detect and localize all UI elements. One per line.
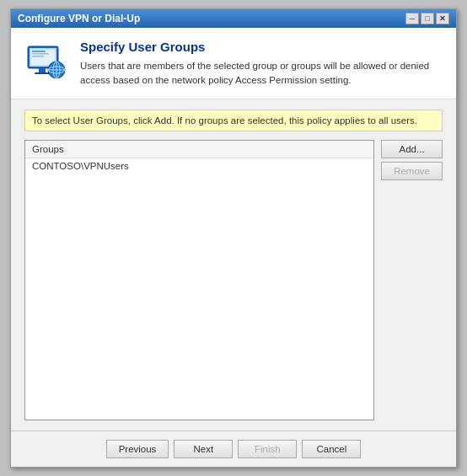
- previous-button[interactable]: Previous: [106, 440, 169, 458]
- header-text: Specify User Groups Users that are membe…: [80, 40, 443, 88]
- info-text: To select User Groups, click Add. If no …: [24, 110, 443, 131]
- body-section: To select User Groups, click Add. If no …: [11, 99, 456, 431]
- close-button[interactable]: ✕: [436, 13, 449, 24]
- minimize-button[interactable]: ─: [405, 13, 419, 24]
- window-title: Configure VPN or Dial-Up: [18, 13, 140, 24]
- header-title: Specify User Groups: [80, 40, 443, 54]
- header-section: Specify User Groups Users that are membe…: [11, 28, 456, 99]
- svg-rect-6: [39, 68, 46, 72]
- main-area: Groups CONTOSO\VPNUsers Add... Remove: [24, 140, 443, 421]
- content-area: Specify User Groups Users that are membe…: [11, 28, 456, 431]
- groups-column-header: Groups: [25, 141, 373, 158]
- side-buttons: Add... Remove: [381, 140, 443, 421]
- svg-rect-7: [35, 72, 50, 74]
- main-window: Configure VPN or Dial-Up ─ □ ✕: [10, 8, 457, 468]
- svg-rect-4: [32, 53, 49, 55]
- finish-button[interactable]: Finish: [238, 440, 297, 458]
- maximize-button[interactable]: □: [421, 13, 434, 24]
- svg-rect-5: [32, 56, 44, 57]
- svg-rect-3: [32, 51, 46, 52]
- header-description: Users that are members of the selected g…: [80, 59, 443, 88]
- cancel-button[interactable]: Cancel: [302, 440, 361, 458]
- groups-list: CONTOSO\VPNUsers: [25, 158, 373, 420]
- footer: Previous Next Finish Cancel: [11, 431, 456, 467]
- title-bar-buttons: ─ □ ✕: [405, 13, 449, 24]
- title-bar: Configure VPN or Dial-Up ─ □ ✕: [11, 9, 456, 28]
- remove-button[interactable]: Remove: [381, 162, 443, 180]
- groups-panel: Groups CONTOSO\VPNUsers: [24, 140, 374, 421]
- next-button[interactable]: Next: [174, 440, 233, 458]
- list-item[interactable]: CONTOSO\VPNUsers: [25, 158, 373, 174]
- add-button[interactable]: Add...: [381, 140, 443, 158]
- wizard-icon: [24, 40, 68, 83]
